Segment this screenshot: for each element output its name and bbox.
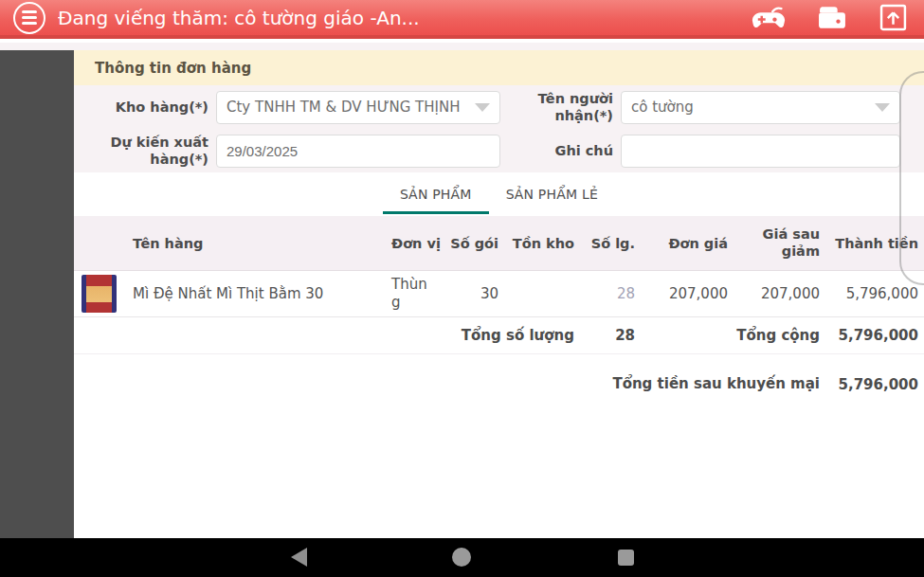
col-so-goi: Số gói [445, 236, 504, 251]
warehouse-select[interactable]: Cty TNHH TM & DV HƯNG THỊNH [216, 91, 500, 124]
order-panel: Thông tin đơn hàng Kho hàng(*) Cty TNHH … [74, 50, 924, 538]
home-icon[interactable] [452, 548, 471, 567]
tab-bar: SẢN PHẨM SẢN PHẨM LẺ [74, 172, 924, 216]
receiver-select[interactable]: cô tường [621, 91, 900, 124]
nav-drawer-scrim[interactable] [0, 50, 74, 538]
recents-icon[interactable] [618, 550, 634, 566]
app-bar: Đang viếng thăm: cô tường giáo -An... [0, 0, 924, 39]
tab-san-pham-le[interactable]: SẢN PHẨM LẺ [489, 172, 615, 216]
col-ton-kho: Tồn kho [504, 236, 580, 251]
grand-total-label: Tổng cộng [734, 327, 825, 344]
gamepad-icon[interactable] [752, 5, 786, 30]
product-unit-price: 207,000 [641, 285, 734, 302]
section-title: Thông tin đơn hàng [74, 50, 924, 85]
totals-row: Tổng số lượng 28 Tổng cộng 5,796,000 [74, 317, 924, 354]
col-gia-sau-giam: Giá sau giảm [734, 226, 825, 260]
product-unit: Thùng [391, 276, 433, 312]
product-qty-input[interactable]: 28 [580, 285, 641, 302]
product-price-after-discount: 207,000 [734, 285, 825, 302]
edge-panel-handle[interactable] [899, 71, 924, 285]
tab-san-pham[interactable]: SẢN PHẨM [383, 172, 489, 216]
menu-icon[interactable] [13, 2, 45, 34]
table-header: Tên hàng Đơn vị Số gói Tồn kho Số lg. Đơ… [74, 216, 924, 271]
after-promo-label: Tổng tiền sau khuyến mại [607, 375, 825, 394]
product-name: Mì Đệ Nhất Mì Thịt Bằm 30 [133, 285, 323, 302]
product-packages: 30 [445, 285, 504, 302]
product-image [82, 275, 117, 313]
col-so-lg: Số lg. [580, 236, 641, 251]
after-promo-value: 5,796,000 [825, 376, 924, 393]
form-row-1: Kho hàng(*) Cty TNHH TM & DV HƯNG THỊNH … [74, 85, 924, 129]
note-label: Ghi chú [500, 142, 621, 159]
content-area: Thông tin đơn hàng Kho hàng(*) Cty TNHH … [0, 43, 924, 538]
ship-date-input[interactable] [216, 135, 500, 168]
col-don-gia: Đơn giá [641, 236, 734, 251]
table-row[interactable]: Mì Đệ Nhất Mì Thịt Bằm 30 Thùng 30 28 20… [74, 271, 924, 317]
app-bar-title: Đang viếng thăm: cô tường giáo -An... [58, 7, 752, 29]
receiver-label: Tên người nhận(*) [500, 90, 621, 124]
chevron-down-icon [875, 103, 890, 112]
warehouse-label: Kho hàng(*) [74, 99, 216, 116]
note-input[interactable] [621, 135, 900, 168]
warehouse-value: Cty TNHH TM & DV HƯNG THỊNH [226, 99, 469, 116]
grand-total-value: 5,796,000 [825, 327, 924, 344]
android-nav-bar [0, 538, 924, 577]
total-qty-label: Tổng số lượng [74, 327, 580, 344]
receiver-value: cô tường [631, 99, 869, 116]
upload-icon[interactable] [879, 4, 907, 31]
back-icon[interactable] [291, 548, 307, 567]
wallet-icon[interactable] [818, 5, 847, 30]
total-qty-value: 28 [580, 327, 641, 344]
col-ten-hang: Tên hàng [74, 236, 391, 251]
form-row-2: Dự kiến xuất hàng(*) Ghi chú [74, 129, 924, 172]
product-amount: 5,796,000 [825, 285, 924, 302]
ship-date-label: Dự kiến xuất hàng(*) [74, 134, 216, 168]
col-don-vi: Đơn vị [391, 236, 445, 251]
chevron-down-icon [475, 103, 490, 112]
after-promo-row: Tổng tiền sau khuyến mại 5,796,000 [74, 375, 924, 394]
